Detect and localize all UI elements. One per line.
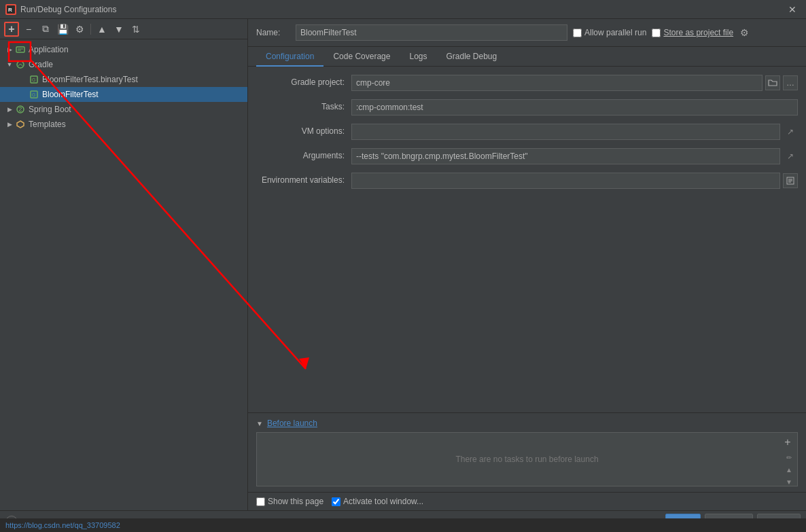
- allow-parallel-checkbox[interactable]: [573, 29, 582, 37]
- before-launch-header: ▼ Before launch: [256, 419, 798, 428]
- title-bar: R Run/Debug Configurations ✕: [0, 0, 806, 19]
- name-label: Name:: [256, 28, 290, 37]
- tasks-label: Tasks:: [256, 99, 351, 111]
- arguments-input[interactable]: [351, 148, 780, 164]
- app-icon-application: [15, 44, 26, 55]
- tree-item-application[interactable]: ▶ Application: [0, 42, 247, 57]
- arguments-input-wrap: ↗: [351, 148, 798, 164]
- url-text: https://blog.csdn.net/qq_33709582: [5, 521, 120, 529]
- gradle-project-folder-button[interactable]: [765, 75, 780, 90]
- window-title: Run/Debug Configurations: [20, 5, 116, 14]
- arguments-label: Arguments:: [256, 148, 351, 160]
- tree-item-bloom-main[interactable]: G BloomFilterTest: [0, 87, 247, 102]
- activate-tool-label[interactable]: Activate tool window...: [332, 497, 423, 506]
- name-input[interactable]: [296, 24, 567, 41]
- template-icon: [15, 119, 26, 130]
- tree-item-label-templates: Templates: [29, 120, 66, 129]
- tree-item-templates[interactable]: ▶ Templates: [0, 117, 247, 132]
- env-variables-label: Environment variables:: [256, 173, 351, 185]
- tree-item-bloom-binary[interactable]: G BloomFilterTest.binaryTest: [0, 72, 247, 87]
- before-launch-section: ▼ Before launch + ✏ ▲ ▼ There are no tas…: [248, 412, 806, 492]
- right-panel: Name: Allow parallel run Store as projec…: [248, 19, 806, 510]
- toolbar-separator: [90, 24, 91, 35]
- before-launch-toggle[interactable]: ▼: [256, 420, 263, 427]
- before-launch-title[interactable]: Before launch: [267, 419, 317, 428]
- gradle-project-label: Gradle project:: [256, 75, 351, 87]
- tab-logs[interactable]: Logs: [400, 48, 436, 67]
- before-launch-down-button[interactable]: ▼: [784, 476, 794, 487]
- no-tasks-text: There are no tasks to run before launch: [455, 455, 598, 464]
- gradle-icon-bloom-binary: G: [29, 74, 39, 85]
- expand-icon-spring-boot: ▶: [5, 105, 14, 113]
- config-tree: ▶ Application ▼ Gradle G Bloom: [0, 39, 247, 510]
- copy-config-button[interactable]: ⧉: [38, 22, 53, 37]
- gradle-project-input[interactable]: [351, 75, 763, 91]
- activate-tool-checkbox[interactable]: [332, 497, 340, 506]
- left-toolbar: + − ⧉ 💾 ⚙ ▲ ▼ ⇅: [0, 19, 247, 39]
- expand-icon-bloom-binary: [19, 75, 27, 84]
- store-as-project-checkbox[interactable]: [652, 29, 661, 37]
- settings-config-button[interactable]: ⚙: [72, 22, 87, 37]
- name-row: Name: Allow parallel run Store as projec…: [248, 19, 806, 47]
- tasks-row: Tasks:: [256, 99, 798, 117]
- gradle-icon-bloom-main: G: [29, 89, 39, 100]
- tab-configuration[interactable]: Configuration: [256, 48, 323, 67]
- env-variables-input-wrap: [351, 173, 798, 189]
- env-variables-expand-button[interactable]: [783, 173, 798, 188]
- gradle-project-input-wrap: …: [351, 75, 798, 91]
- vm-options-expand-button[interactable]: ↗: [783, 124, 798, 139]
- tree-item-label-gradle: Gradle: [29, 60, 53, 69]
- expand-icon-gradle: ▼: [5, 60, 14, 69]
- tree-item-gradle[interactable]: ▼ Gradle: [0, 57, 247, 72]
- config-panel: Gradle project: … Tasks: VM options:: [248, 67, 806, 412]
- expand-icon-templates: ▶: [5, 120, 14, 128]
- arguments-expand-button[interactable]: ↗: [783, 149, 798, 164]
- store-as-project-label[interactable]: Store as project file: [652, 28, 733, 37]
- app-icon: R: [5, 4, 16, 15]
- left-panel: + − ⧉ 💾 ⚙ ▲ ▼ ⇅ ▶ Application ▼: [0, 19, 248, 510]
- expand-icon-bloom-main: [19, 90, 27, 99]
- gradle-project-row: Gradle project: …: [256, 75, 798, 92]
- gradle-project-more-button[interactable]: …: [783, 75, 798, 90]
- env-variables-input[interactable]: [351, 173, 780, 189]
- show-page-label[interactable]: Show this page: [256, 497, 323, 506]
- vm-options-row: VM options: ↗: [256, 124, 798, 141]
- spring-icon: [15, 104, 26, 115]
- tab-code-coverage[interactable]: Code Coverage: [323, 48, 400, 67]
- svg-marker-11: [17, 121, 24, 128]
- bottom-bar: Show this page Activate tool window...: [248, 492, 806, 510]
- remove-config-button[interactable]: −: [21, 22, 36, 37]
- tasks-input[interactable]: [351, 99, 798, 116]
- vm-options-label: VM options:: [256, 124, 351, 136]
- move-down-button[interactable]: ▼: [111, 22, 126, 37]
- before-launch-content: + ✏ ▲ ▼ There are no tasks to run before…: [256, 432, 798, 486]
- show-page-checkbox[interactable]: [256, 497, 265, 506]
- vm-options-input[interactable]: [351, 124, 780, 140]
- add-config-button[interactable]: +: [4, 22, 19, 37]
- arguments-row: Arguments: ↗: [256, 148, 798, 166]
- svg-text:G: G: [32, 77, 35, 82]
- tree-item-label-bloom-main: BloomFilterTest: [42, 90, 99, 99]
- svg-rect-2: [16, 47, 24, 52]
- tree-item-label-spring-boot: Spring Boot: [29, 105, 71, 114]
- save-config-button[interactable]: 💾: [55, 22, 70, 37]
- svg-text:G: G: [32, 92, 35, 97]
- tree-item-label-bloom-binary: BloomFilterTest.binaryTest: [42, 75, 138, 84]
- allow-parallel-label[interactable]: Allow parallel run: [573, 28, 646, 37]
- before-launch-edit-button[interactable]: ✏: [784, 452, 794, 463]
- tree-item-label-application: Application: [29, 45, 69, 54]
- expand-icon-application: ▶: [5, 46, 14, 54]
- main-container: + − ⧉ 💾 ⚙ ▲ ▼ ⇅ ▶ Application ▼: [0, 19, 806, 510]
- tab-gradle-debug[interactable]: Gradle Debug: [436, 48, 506, 67]
- before-launch-up-button[interactable]: ▲: [784, 464, 794, 475]
- close-button[interactable]: ✕: [784, 3, 801, 16]
- move-up-button[interactable]: ▲: [94, 22, 109, 37]
- tree-item-spring-boot[interactable]: ▶ Spring Boot: [0, 102, 247, 117]
- svg-text:R: R: [8, 7, 12, 13]
- sort-button[interactable]: ⇅: [128, 22, 143, 37]
- env-variables-row: Environment variables:: [256, 173, 798, 190]
- before-launch-add-button[interactable]: +: [781, 436, 794, 449]
- before-launch-scroll-buttons: ✏ ▲ ▼: [784, 452, 794, 487]
- url-bar: https://blog.csdn.net/qq_33709582: [0, 518, 806, 532]
- config-gear-button[interactable]: ⚙: [739, 26, 750, 39]
